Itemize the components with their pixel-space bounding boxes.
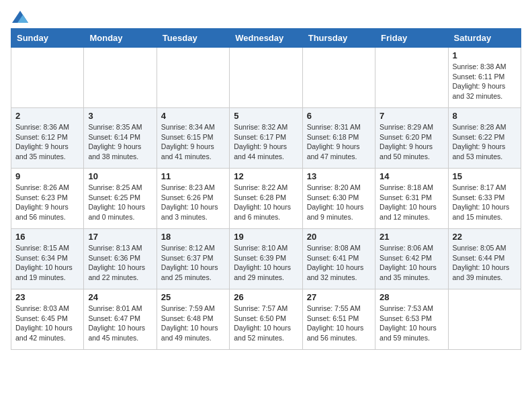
calendar-cell: 1Sunrise: 8:38 AM Sunset: 6:11 PM Daylig… (448, 48, 521, 108)
day-number: 27 (307, 292, 371, 302)
day-info: Sunrise: 8:26 AM Sunset: 6:23 PM Dayligh… (15, 183, 79, 222)
day-number: 11 (161, 171, 225, 181)
week-row-1: 1Sunrise: 8:38 AM Sunset: 6:11 PM Daylig… (11, 48, 521, 108)
day-number: 24 (88, 292, 152, 302)
day-number: 13 (307, 171, 371, 181)
calendar-cell (84, 48, 157, 108)
day-info: Sunrise: 7:59 AM Sunset: 6:48 PM Dayligh… (161, 304, 225, 343)
day-number: 10 (88, 171, 152, 181)
calendar-cell: 24Sunrise: 8:01 AM Sunset: 6:47 PM Dayli… (84, 289, 157, 350)
weekday-header-thursday: Thursday (302, 29, 375, 48)
week-row-5: 23Sunrise: 8:03 AM Sunset: 6:45 PM Dayli… (11, 289, 521, 350)
calendar-cell: 21Sunrise: 8:06 AM Sunset: 6:42 PM Dayli… (375, 229, 448, 289)
calendar-cell: 20Sunrise: 8:08 AM Sunset: 6:41 PM Dayli… (302, 229, 375, 289)
calendar-cell: 2Sunrise: 8:36 AM Sunset: 6:12 PM Daylig… (11, 108, 84, 169)
day-info: Sunrise: 8:10 AM Sunset: 6:39 PM Dayligh… (234, 243, 298, 283)
header (11, 11, 521, 23)
day-info: Sunrise: 8:36 AM Sunset: 6:12 PM Dayligh… (15, 122, 79, 162)
calendar-cell: 18Sunrise: 8:12 AM Sunset: 6:37 PM Dayli… (157, 229, 229, 289)
weekday-header-friday: Friday (375, 29, 448, 48)
calendar-cell (230, 48, 302, 108)
week-row-4: 16Sunrise: 8:15 AM Sunset: 6:34 PM Dayli… (11, 229, 521, 289)
calendar-cell (11, 48, 84, 108)
calendar-cell: 26Sunrise: 7:57 AM Sunset: 6:50 PM Dayli… (230, 289, 302, 350)
calendar-cell: 25Sunrise: 7:59 AM Sunset: 6:48 PM Dayli… (157, 289, 229, 350)
calendar-cell: 6Sunrise: 8:31 AM Sunset: 6:18 PM Daylig… (302, 108, 375, 169)
day-number: 14 (380, 171, 443, 181)
week-row-3: 9Sunrise: 8:26 AM Sunset: 6:23 PM Daylig… (11, 169, 521, 229)
logo (11, 11, 28, 23)
week-row-2: 2Sunrise: 8:36 AM Sunset: 6:12 PM Daylig… (11, 108, 521, 169)
calendar-cell: 22Sunrise: 8:05 AM Sunset: 6:44 PM Dayli… (448, 229, 521, 289)
day-number: 9 (15, 171, 79, 181)
day-number: 8 (453, 111, 517, 121)
day-info: Sunrise: 8:12 AM Sunset: 6:37 PM Dayligh… (161, 243, 225, 283)
day-number: 17 (88, 232, 152, 242)
day-info: Sunrise: 7:57 AM Sunset: 6:50 PM Dayligh… (234, 304, 298, 343)
calendar-cell: 14Sunrise: 8:18 AM Sunset: 6:31 PM Dayli… (375, 169, 448, 229)
day-info: Sunrise: 8:15 AM Sunset: 6:34 PM Dayligh… (15, 243, 79, 283)
day-info: Sunrise: 7:53 AM Sunset: 6:53 PM Dayligh… (380, 304, 443, 343)
day-number: 21 (380, 232, 443, 242)
day-info: Sunrise: 8:28 AM Sunset: 6:22 PM Dayligh… (453, 122, 517, 162)
day-number: 25 (161, 292, 225, 302)
day-info: Sunrise: 8:38 AM Sunset: 6:11 PM Dayligh… (453, 62, 517, 101)
calendar-cell: 10Sunrise: 8:25 AM Sunset: 6:25 PM Dayli… (84, 169, 157, 229)
day-info: Sunrise: 8:17 AM Sunset: 6:33 PM Dayligh… (453, 183, 517, 222)
day-number: 22 (453, 232, 517, 242)
calendar-cell: 13Sunrise: 8:20 AM Sunset: 6:30 PM Dayli… (302, 169, 375, 229)
calendar-cell: 5Sunrise: 8:32 AM Sunset: 6:17 PM Daylig… (230, 108, 302, 169)
day-info: Sunrise: 8:01 AM Sunset: 6:47 PM Dayligh… (88, 304, 152, 343)
day-info: Sunrise: 8:03 AM Sunset: 6:45 PM Dayligh… (15, 304, 79, 343)
day-info: Sunrise: 8:06 AM Sunset: 6:42 PM Dayligh… (380, 243, 443, 283)
calendar-cell (302, 48, 375, 108)
day-number: 19 (234, 232, 298, 242)
weekday-header-monday: Monday (84, 29, 157, 48)
calendar-cell: 8Sunrise: 8:28 AM Sunset: 6:22 PM Daylig… (448, 108, 521, 169)
day-info: Sunrise: 8:08 AM Sunset: 6:41 PM Dayligh… (307, 243, 371, 283)
calendar-table: SundayMondayTuesdayWednesdayThursdayFrid… (11, 28, 521, 350)
day-number: 1 (453, 50, 517, 60)
day-number: 20 (307, 232, 371, 242)
calendar-cell: 23Sunrise: 8:03 AM Sunset: 6:45 PM Dayli… (11, 289, 84, 350)
weekday-header-sunday: Sunday (11, 29, 84, 48)
calendar-cell: 28Sunrise: 7:53 AM Sunset: 6:53 PM Dayli… (375, 289, 448, 350)
day-info: Sunrise: 8:29 AM Sunset: 6:20 PM Dayligh… (380, 122, 443, 162)
calendar-cell: 17Sunrise: 8:13 AM Sunset: 6:36 PM Dayli… (84, 229, 157, 289)
calendar-cell (448, 289, 521, 350)
day-info: Sunrise: 8:05 AM Sunset: 6:44 PM Dayligh… (453, 243, 517, 283)
calendar-cell: 3Sunrise: 8:35 AM Sunset: 6:14 PM Daylig… (84, 108, 157, 169)
weekday-header-tuesday: Tuesday (157, 29, 229, 48)
day-info: Sunrise: 8:31 AM Sunset: 6:18 PM Dayligh… (307, 122, 371, 162)
day-number: 23 (15, 292, 79, 302)
day-number: 15 (453, 171, 517, 181)
calendar-cell: 19Sunrise: 8:10 AM Sunset: 6:39 PM Dayli… (230, 229, 302, 289)
day-info: Sunrise: 8:18 AM Sunset: 6:31 PM Dayligh… (380, 183, 443, 222)
calendar-cell: 4Sunrise: 8:34 AM Sunset: 6:15 PM Daylig… (157, 108, 229, 169)
calendar-cell (375, 48, 448, 108)
day-number: 28 (380, 292, 443, 302)
calendar-cell: 27Sunrise: 7:55 AM Sunset: 6:51 PM Dayli… (302, 289, 375, 350)
day-number: 3 (88, 111, 152, 121)
weekday-header-row: SundayMondayTuesdayWednesdayThursdayFrid… (11, 29, 521, 48)
day-number: 18 (161, 232, 225, 242)
logo-icon (12, 11, 28, 23)
day-number: 5 (234, 111, 298, 121)
day-number: 12 (234, 171, 298, 181)
day-number: 7 (380, 111, 443, 121)
calendar-cell: 16Sunrise: 8:15 AM Sunset: 6:34 PM Dayli… (11, 229, 84, 289)
day-info: Sunrise: 8:35 AM Sunset: 6:14 PM Dayligh… (88, 122, 152, 162)
day-info: Sunrise: 8:22 AM Sunset: 6:28 PM Dayligh… (234, 183, 298, 222)
weekday-header-saturday: Saturday (448, 29, 521, 48)
day-info: Sunrise: 8:13 AM Sunset: 6:36 PM Dayligh… (88, 243, 152, 283)
weekday-header-wednesday: Wednesday (230, 29, 302, 48)
day-number: 26 (234, 292, 298, 302)
day-number: 2 (15, 111, 79, 121)
calendar-cell: 9Sunrise: 8:26 AM Sunset: 6:23 PM Daylig… (11, 169, 84, 229)
day-number: 4 (161, 111, 225, 121)
day-info: Sunrise: 8:20 AM Sunset: 6:30 PM Dayligh… (307, 183, 371, 222)
day-number: 6 (307, 111, 371, 121)
day-info: Sunrise: 8:25 AM Sunset: 6:25 PM Dayligh… (88, 183, 152, 222)
day-number: 16 (15, 232, 79, 242)
calendar-cell: 15Sunrise: 8:17 AM Sunset: 6:33 PM Dayli… (448, 169, 521, 229)
